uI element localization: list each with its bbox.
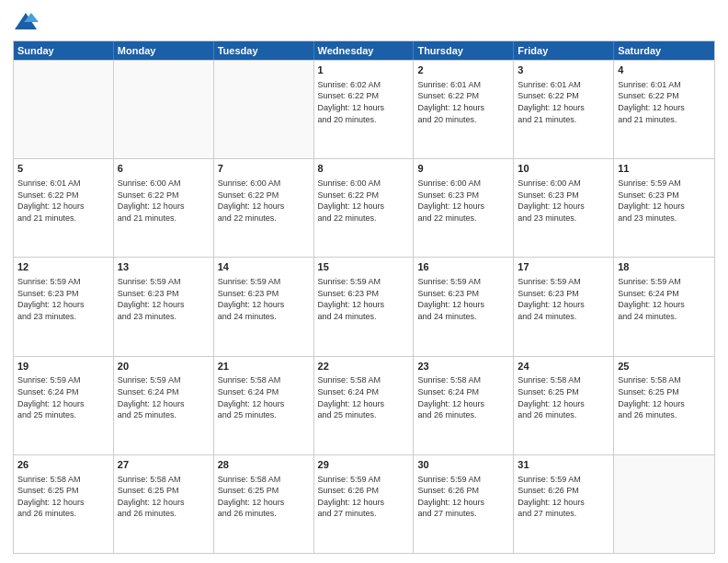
cal-header-tuesday: Tuesday — [214, 41, 314, 60]
day-number: 5 — [17, 162, 109, 176]
cal-cell: 18Sunrise: 5:59 AM Sunset: 6:24 PM Dayli… — [614, 258, 714, 355]
cal-cell: 3Sunrise: 6:01 AM Sunset: 6:22 PM Daylig… — [514, 61, 614, 158]
cal-cell: 19Sunrise: 5:59 AM Sunset: 6:24 PM Dayli… — [14, 357, 114, 454]
cal-cell: 8Sunrise: 6:00 AM Sunset: 6:22 PM Daylig… — [314, 159, 415, 257]
cell-info: Sunrise: 5:58 AM Sunset: 6:25 PM Dayligh… — [17, 474, 109, 520]
cell-info: Sunrise: 6:01 AM Sunset: 6:22 PM Dayligh… — [618, 79, 711, 125]
cell-info: Sunrise: 6:00 AM Sunset: 6:22 PM Dayligh… — [318, 178, 410, 224]
day-number: 31 — [518, 458, 609, 472]
cal-cell: 11Sunrise: 5:59 AM Sunset: 6:23 PM Dayli… — [614, 159, 714, 257]
day-number: 28 — [218, 458, 310, 472]
day-number: 2 — [417, 63, 509, 77]
cal-cell: 1Sunrise: 6:02 AM Sunset: 6:22 PM Daylig… — [314, 61, 415, 158]
cell-info: Sunrise: 6:02 AM Sunset: 6:22 PM Dayligh… — [318, 79, 410, 125]
cell-info: Sunrise: 6:01 AM Sunset: 6:22 PM Dayligh… — [518, 79, 609, 125]
cal-header-wednesday: Wednesday — [314, 41, 415, 60]
day-number: 26 — [17, 458, 109, 472]
header — [13, 9, 715, 35]
cal-cell: 16Sunrise: 5:59 AM Sunset: 6:23 PM Dayli… — [414, 258, 514, 355]
day-number: 12 — [17, 260, 109, 274]
cell-info: Sunrise: 5:58 AM Sunset: 6:25 PM Dayligh… — [118, 474, 210, 520]
day-number: 29 — [318, 458, 410, 472]
day-number: 13 — [118, 260, 210, 274]
cal-cell: 25Sunrise: 5:58 AM Sunset: 6:25 PM Dayli… — [614, 357, 714, 454]
day-number: 21 — [218, 360, 310, 373]
cal-week-1: 1Sunrise: 6:02 AM Sunset: 6:22 PM Daylig… — [14, 60, 714, 158]
cal-header-monday: Monday — [114, 41, 214, 60]
cal-cell: 24Sunrise: 5:58 AM Sunset: 6:25 PM Dayli… — [514, 357, 614, 454]
cell-info: Sunrise: 5:58 AM Sunset: 6:24 PM Dayligh… — [417, 374, 509, 420]
cal-cell: 17Sunrise: 5:59 AM Sunset: 6:23 PM Dayli… — [514, 258, 614, 355]
cal-cell: 5Sunrise: 6:01 AM Sunset: 6:22 PM Daylig… — [14, 159, 114, 257]
day-number: 9 — [417, 162, 509, 176]
day-number: 15 — [318, 260, 410, 274]
day-number: 30 — [417, 458, 509, 472]
cell-info: Sunrise: 5:59 AM Sunset: 6:23 PM Dayligh… — [417, 276, 509, 322]
day-number: 20 — [118, 360, 210, 373]
cal-cell: 12Sunrise: 5:59 AM Sunset: 6:23 PM Dayli… — [14, 258, 114, 355]
cal-cell: 9Sunrise: 6:00 AM Sunset: 6:23 PM Daylig… — [414, 159, 514, 257]
cal-cell: 22Sunrise: 5:58 AM Sunset: 6:24 PM Dayli… — [314, 357, 415, 454]
cal-cell: 14Sunrise: 5:59 AM Sunset: 6:23 PM Dayli… — [214, 258, 314, 355]
cell-info: Sunrise: 6:01 AM Sunset: 6:22 PM Dayligh… — [417, 79, 509, 125]
cell-info: Sunrise: 5:59 AM Sunset: 6:23 PM Dayligh… — [518, 276, 609, 322]
day-number: 18 — [618, 260, 711, 274]
cal-cell: 31Sunrise: 5:59 AM Sunset: 6:26 PM Dayli… — [514, 455, 614, 553]
cell-info: Sunrise: 5:59 AM Sunset: 6:26 PM Dayligh… — [417, 474, 509, 520]
cal-header-thursday: Thursday — [414, 41, 514, 60]
day-number: 10 — [518, 162, 609, 176]
cal-cell: 13Sunrise: 5:59 AM Sunset: 6:23 PM Dayli… — [114, 258, 214, 355]
day-number: 14 — [218, 260, 310, 274]
calendar-header-row: SundayMondayTuesdayWednesdayThursdayFrid… — [14, 41, 714, 60]
cal-cell — [14, 61, 114, 158]
day-number: 24 — [518, 360, 609, 373]
cell-info: Sunrise: 5:58 AM Sunset: 6:24 PM Dayligh… — [218, 374, 310, 420]
day-number: 8 — [318, 162, 410, 176]
page: SundayMondayTuesdayWednesdayThursdayFrid… — [0, 0, 728, 563]
logo — [13, 9, 42, 35]
cal-cell: 30Sunrise: 5:59 AM Sunset: 6:26 PM Dayli… — [414, 455, 514, 553]
cal-week-5: 26Sunrise: 5:58 AM Sunset: 6:25 PM Dayli… — [14, 454, 714, 553]
cal-cell: 23Sunrise: 5:58 AM Sunset: 6:24 PM Dayli… — [414, 357, 514, 454]
logo-icon — [13, 9, 39, 35]
cell-info: Sunrise: 5:59 AM Sunset: 6:23 PM Dayligh… — [618, 178, 711, 224]
cell-info: Sunrise: 5:59 AM Sunset: 6:24 PM Dayligh… — [618, 276, 711, 322]
cal-cell: 7Sunrise: 6:00 AM Sunset: 6:22 PM Daylig… — [214, 159, 314, 257]
cal-cell: 2Sunrise: 6:01 AM Sunset: 6:22 PM Daylig… — [414, 61, 514, 158]
cell-info: Sunrise: 6:00 AM Sunset: 6:22 PM Dayligh… — [218, 178, 310, 224]
day-number: 11 — [618, 162, 711, 176]
day-number: 16 — [417, 260, 509, 274]
day-number: 17 — [518, 260, 609, 274]
cell-info: Sunrise: 5:59 AM Sunset: 6:24 PM Dayligh… — [118, 374, 210, 420]
cell-info: Sunrise: 5:58 AM Sunset: 6:25 PM Dayligh… — [518, 374, 609, 420]
cal-cell: 21Sunrise: 5:58 AM Sunset: 6:24 PM Dayli… — [214, 357, 314, 454]
day-number: 4 — [618, 63, 711, 77]
day-number: 19 — [17, 360, 109, 373]
cal-week-2: 5Sunrise: 6:01 AM Sunset: 6:22 PM Daylig… — [14, 158, 714, 257]
cell-info: Sunrise: 5:59 AM Sunset: 6:26 PM Dayligh… — [518, 474, 609, 520]
cal-header-friday: Friday — [514, 41, 614, 60]
calendar: SundayMondayTuesdayWednesdayThursdayFrid… — [13, 40, 715, 554]
cal-header-saturday: Saturday — [614, 41, 714, 60]
cal-week-4: 19Sunrise: 5:59 AM Sunset: 6:24 PM Dayli… — [14, 356, 714, 454]
day-number: 6 — [118, 162, 210, 176]
cell-info: Sunrise: 5:59 AM Sunset: 6:23 PM Dayligh… — [318, 276, 410, 322]
cal-cell: 26Sunrise: 5:58 AM Sunset: 6:25 PM Dayli… — [14, 455, 114, 553]
cell-info: Sunrise: 6:00 AM Sunset: 6:23 PM Dayligh… — [518, 178, 609, 224]
cell-info: Sunrise: 6:00 AM Sunset: 6:22 PM Dayligh… — [118, 178, 210, 224]
day-number: 27 — [118, 458, 210, 472]
day-number: 3 — [518, 63, 609, 77]
cal-cell — [114, 61, 214, 158]
cell-info: Sunrise: 5:59 AM Sunset: 6:23 PM Dayligh… — [218, 276, 310, 322]
cal-cell — [214, 61, 314, 158]
cell-info: Sunrise: 6:01 AM Sunset: 6:22 PM Dayligh… — [17, 178, 109, 224]
cal-cell: 10Sunrise: 6:00 AM Sunset: 6:23 PM Dayli… — [514, 159, 614, 257]
cell-info: Sunrise: 5:58 AM Sunset: 6:24 PM Dayligh… — [318, 374, 410, 420]
cell-info: Sunrise: 5:58 AM Sunset: 6:25 PM Dayligh… — [218, 474, 310, 520]
day-number: 23 — [417, 360, 509, 373]
cal-week-3: 12Sunrise: 5:59 AM Sunset: 6:23 PM Dayli… — [14, 257, 714, 355]
cal-cell: 4Sunrise: 6:01 AM Sunset: 6:22 PM Daylig… — [614, 61, 714, 158]
cal-cell: 6Sunrise: 6:00 AM Sunset: 6:22 PM Daylig… — [114, 159, 214, 257]
cal-cell: 27Sunrise: 5:58 AM Sunset: 6:25 PM Dayli… — [114, 455, 214, 553]
cal-cell: 15Sunrise: 5:59 AM Sunset: 6:23 PM Dayli… — [314, 258, 415, 355]
